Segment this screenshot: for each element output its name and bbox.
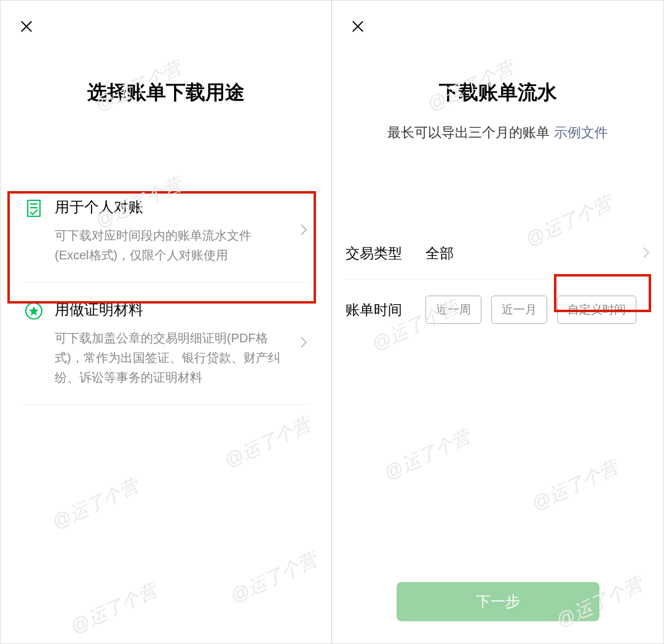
setting-label: 交易类型 <box>346 244 425 263</box>
setting-value: 全部 <box>425 244 642 263</box>
subtitle-text: 最长可以导出三个月的账单 <box>387 125 550 140</box>
setting-label: 账单时间 <box>346 300 425 320</box>
star-badge-icon <box>24 301 44 321</box>
option-title: 用于个人对账 <box>55 197 308 217</box>
chevron-right-icon <box>299 335 308 352</box>
time-btn-custom[interactable]: 自定义时间 <box>557 296 636 324</box>
close-button-right[interactable] <box>349 18 366 35</box>
option-personal-reconciliation[interactable]: 用于个人对账 可下载对应时间段内的账单流水文件(Excel格式)，仅限个人对账使… <box>24 180 308 283</box>
option-desc: 可下载对应时间段内的账单流水文件(Excel格式)，仅限个人对账使用 <box>55 226 308 265</box>
page-subtitle: 最长可以导出三个月的账单 示例文件 <box>332 124 663 142</box>
page-title-right: 下载账单流水 <box>332 79 663 106</box>
panel-download-statement: 下载账单流水 最长可以导出三个月的账单 示例文件 交易类型 全部 账单时间 近一… <box>332 1 663 643</box>
panel-select-purpose: 选择账单下载用途 用于个人对账 可下载对应时间段内的账单流水文件(Excel格式… <box>1 1 332 643</box>
chevron-right-icon <box>299 222 308 240</box>
option-title: 用做证明材料 <box>55 300 308 320</box>
time-btn-week[interactable]: 近一周 <box>425 296 481 324</box>
time-range-buttons: 近一周 近一月 自定义时间 <box>425 296 650 324</box>
row-transaction-type[interactable]: 交易类型 全部 <box>346 228 650 280</box>
row-statement-time: 账单时间 近一周 近一月 自定义时间 <box>346 280 650 340</box>
option-desc: 可下载加盖公章的交易明细证明(PDF格式)，常作为出国签证、银行贷款、财产纠纷、… <box>55 328 308 387</box>
chevron-right-icon <box>642 246 650 261</box>
time-btn-month[interactable]: 近一月 <box>491 296 547 324</box>
close-button-left[interactable] <box>18 18 35 35</box>
purpose-option-list: 用于个人对账 可下载对应时间段内的账单流水文件(Excel格式)，仅限个人对账使… <box>1 180 331 405</box>
document-check-icon <box>24 198 44 218</box>
page-title-left: 选择账单下载用途 <box>1 79 331 106</box>
settings-list: 交易类型 全部 账单时间 近一周 近一月 自定义时间 <box>332 228 663 340</box>
app-container: 选择账单下载用途 用于个人对账 可下载对应时间段内的账单流水文件(Excel格式… <box>0 0 664 644</box>
close-icon <box>351 20 365 33</box>
option-proof-material[interactable]: 用做证明材料 可下载加盖公章的交易明细证明(PDF格式)，常作为出国签证、银行贷… <box>24 283 308 405</box>
next-step-button[interactable]: 下一步 <box>397 582 599 621</box>
close-icon <box>20 20 33 33</box>
example-file-link[interactable]: 示例文件 <box>554 125 608 140</box>
